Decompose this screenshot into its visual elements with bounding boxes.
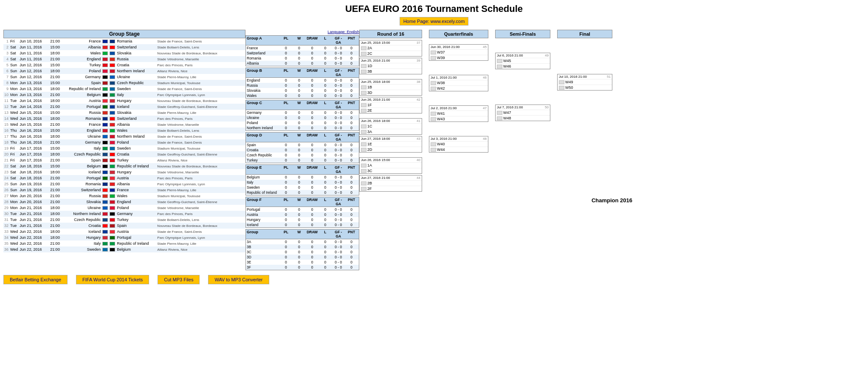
group-team-stat: 0 - 0 bbox=[332, 223, 345, 227]
group-name-header: Group bbox=[247, 230, 279, 238]
group-team-stat: 0 bbox=[293, 240, 306, 244]
match-date: Jun 14, 2016 bbox=[19, 104, 49, 110]
match-day: Sun bbox=[9, 187, 19, 193]
group-team-stat: 0 - 0 bbox=[332, 121, 345, 125]
team2-flag bbox=[109, 241, 116, 246]
team2-name: Austria bbox=[116, 175, 156, 181]
team2-name: Wales bbox=[116, 193, 156, 199]
team1-flag bbox=[101, 157, 109, 163]
group-team-stat: 0 bbox=[279, 110, 293, 115]
team1-flag bbox=[101, 122, 109, 127]
ko-match: Jul 10, 2016 21:0051W49W50 bbox=[557, 74, 612, 91]
group-team-name: Northern Ireland bbox=[247, 126, 279, 130]
match-time: 15:00 bbox=[49, 145, 61, 151]
bottom-link[interactable]: WAV to MP3 Converter bbox=[208, 275, 269, 284]
group-team-name: Iceland bbox=[247, 223, 279, 227]
ko-team-name: W37 bbox=[437, 50, 480, 54]
group-team-stat: 0 bbox=[293, 148, 306, 152]
group-team-stat: 0 bbox=[306, 51, 319, 55]
ko-match-date: Jul 2, 2016 21:0047 bbox=[429, 106, 488, 110]
team2-name: Russia bbox=[116, 56, 156, 62]
ko-team-name: W48 bbox=[503, 116, 542, 120]
team1-flag bbox=[101, 217, 109, 223]
group-team-stat: 0 bbox=[319, 51, 332, 55]
match-num: 25 bbox=[3, 181, 9, 187]
match-time: 21:00 bbox=[49, 56, 61, 62]
ko-match-date: Jun 25, 2016 21:0039 bbox=[360, 58, 422, 63]
group-team-stat: 0 - 0 bbox=[332, 250, 345, 254]
team2-name: Portugal bbox=[116, 235, 156, 241]
language-link[interactable]: Language: English bbox=[245, 30, 359, 34]
ko-match-num: 43 bbox=[417, 137, 420, 141]
group-team-name: Switzerland bbox=[247, 51, 279, 55]
ko-team-name: W50 bbox=[565, 85, 604, 90]
ko-match-num: 42 bbox=[417, 98, 420, 102]
match-day: Fri bbox=[9, 38, 19, 44]
group-col-header: DRAW bbox=[306, 133, 319, 142]
group-team-stat: 0 bbox=[319, 265, 332, 269]
group-box-groupc: Group CPLWDRAWLGF - GAPNTGermany00000 - … bbox=[245, 100, 359, 131]
group-team-stat: 0 - 0 bbox=[332, 116, 345, 120]
match-day: Thu bbox=[9, 139, 19, 145]
group-col-header: W bbox=[293, 230, 306, 238]
ko-team-name: W47 bbox=[503, 110, 542, 115]
group-team-stat: 0 bbox=[345, 245, 358, 249]
team2-name: Italy bbox=[116, 92, 156, 98]
group-team-row: Hungary00000 - 00 bbox=[246, 217, 359, 222]
match-num: 23 bbox=[3, 169, 9, 175]
team1-name: Sweden bbox=[61, 246, 101, 252]
group-box-header: Group EPLWDRAWLGF - GAPNT bbox=[246, 165, 359, 175]
group-team-stat: 0 bbox=[293, 46, 306, 50]
match-date: Jun 16, 2016 bbox=[19, 133, 49, 139]
team1-name: Czech Republic bbox=[61, 217, 101, 223]
match-time: 21:00 bbox=[49, 199, 61, 205]
ko-team-row: W45 bbox=[496, 58, 550, 63]
group-team-stat: 0 bbox=[293, 212, 306, 217]
match-venue: Stade Pierre-Mauroy, Lille bbox=[156, 241, 245, 246]
bottom-link[interactable]: Cut MP3 Files bbox=[158, 275, 200, 284]
team1-name: England bbox=[61, 56, 101, 62]
bottom-link[interactable]: FIFA World Cup 2014 Tickets bbox=[76, 275, 149, 284]
match-venue: Stadium Municipal, Toulouse bbox=[156, 80, 245, 86]
ko-match-num: 48 bbox=[483, 137, 487, 141]
ko-team-flag bbox=[431, 56, 436, 60]
match-venue: Stade Pierre-Mauroy, Lille bbox=[156, 187, 245, 193]
ko-match: Jun 25, 2016 18:00381B3D bbox=[359, 79, 422, 96]
ko-match: Jun 26, 2016 18:00411C3A bbox=[359, 118, 422, 135]
team1-name: Switzerland bbox=[61, 187, 101, 193]
match-date: Jun 21, 2016 bbox=[19, 217, 49, 223]
ko-match-date: Jul 7, 2016 21:0050 bbox=[496, 105, 550, 110]
round-of-16-column: Round of 16Jun 25, 2016 15:00372A2CJun 2… bbox=[359, 30, 422, 193]
match-date: Jun 18, 2016 bbox=[19, 169, 49, 175]
match-day: Sun bbox=[9, 181, 19, 187]
team2-flag bbox=[109, 246, 116, 252]
match-time: 21:00 bbox=[49, 122, 61, 127]
bottom-link[interactable]: Betfair Betting Exchange bbox=[3, 275, 68, 284]
home-link[interactable]: Home Page: www.excely.com bbox=[400, 17, 469, 25]
group-team-stat: 0 bbox=[345, 88, 358, 93]
team1-flag bbox=[101, 169, 109, 175]
match-date: Jun 20, 2016 bbox=[19, 199, 49, 205]
team1-name: Albania bbox=[61, 44, 101, 50]
team1-flag bbox=[101, 116, 109, 122]
group-team-stat: 0 bbox=[293, 223, 306, 227]
group-team-stat: 0 bbox=[319, 245, 332, 249]
ko-team-flag bbox=[559, 80, 564, 84]
team1-name: Czech Republic bbox=[61, 151, 101, 157]
bottom-links: Betfair Betting ExchangeFIFA World Cup 2… bbox=[3, 275, 865, 284]
group-team-stat: 0 bbox=[306, 61, 319, 65]
match-day: Mon bbox=[9, 80, 19, 86]
group-team-name: Republic of Ireland bbox=[247, 190, 279, 195]
match-num: 4 bbox=[3, 56, 9, 62]
group-team-row: 3C00000 - 00 bbox=[246, 249, 359, 255]
group-team-row: 3D00000 - 00 bbox=[246, 255, 359, 260]
group-team-stat: 0 bbox=[345, 180, 358, 184]
team2-name: Republic of Ireland bbox=[116, 241, 156, 246]
team1-name: Wales bbox=[61, 50, 101, 56]
match-num: 18 bbox=[3, 139, 9, 145]
ko-team-row: W50 bbox=[558, 85, 612, 90]
quarterfinals-header: Quarterfinals bbox=[429, 30, 488, 38]
ko-match-date: Jun 26, 2016 15:0040 bbox=[360, 158, 422, 162]
team1-flag bbox=[101, 193, 109, 199]
group-team-name: Romania bbox=[247, 56, 279, 60]
